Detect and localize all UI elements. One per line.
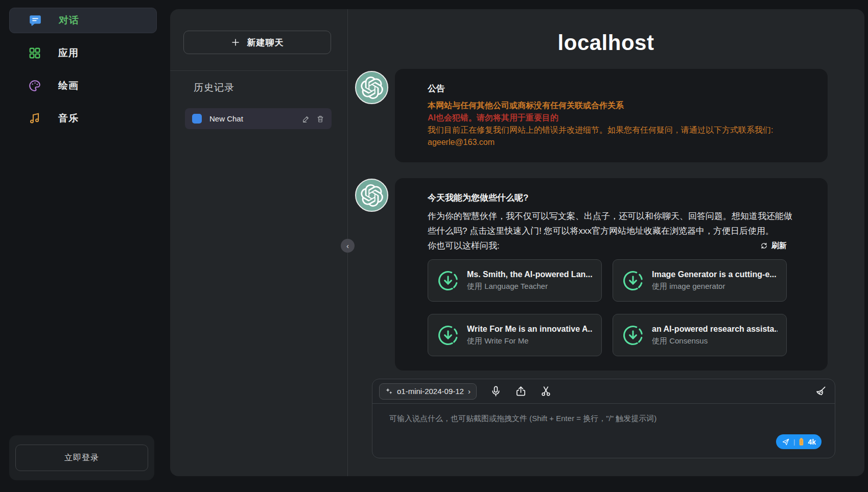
new-chat-label: 新建聊天 <box>247 37 284 48</box>
delete-icon[interactable] <box>316 115 324 123</box>
suggestion-card[interactable]: Image Generator is a cutting-e... 使用 ima… <box>613 259 787 302</box>
new-chat-button[interactable]: 新建聊天 <box>183 31 331 54</box>
download-circle-icon <box>622 269 644 292</box>
refresh-suggestions-button[interactable]: 刷新 <box>760 241 787 251</box>
mic-icon <box>490 385 502 397</box>
plus-icon <box>231 38 240 47</box>
palette-icon <box>28 79 41 92</box>
suggestion-title: Ms. Smith, the AI-powered Lan... <box>467 270 593 279</box>
token-count: 4k <box>808 438 816 446</box>
download-circle-icon <box>437 324 459 347</box>
sidebar-item-drawing[interactable]: 绘画 <box>9 73 157 99</box>
upload-button[interactable] <box>515 385 527 397</box>
suggestion-title: an AI-powered research assista... <box>652 325 778 334</box>
mic-button[interactable] <box>490 385 502 397</box>
greeting-title: 今天我能为您做些什么呢? <box>428 192 795 204</box>
sidebar-item-label: 音乐 <box>58 112 79 125</box>
clear-context-button[interactable] <box>815 385 827 397</box>
main-panel: 新建聊天 历史记录 New Chat ‹ localhost <box>170 9 864 476</box>
login-card: 立即登录 <box>9 435 154 480</box>
announcement-line-2: AI也会犯错。请勿将其用于重要目的 <box>428 112 795 124</box>
suggestion-card[interactable]: Write For Me is an innovative A... 使用 Wr… <box>428 314 602 356</box>
sidebar-item-label: 对话 <box>59 14 79 27</box>
separator: | <box>793 438 795 446</box>
chevron-left-icon: ‹ <box>346 239 349 252</box>
chat-item-actions <box>302 115 324 123</box>
sidebar-item-label: 绘画 <box>58 79 79 92</box>
clip-button[interactable] <box>540 385 552 397</box>
edit-icon[interactable] <box>302 115 310 123</box>
download-circle-icon <box>437 269 459 292</box>
composer: o1-mini-2024-09-12 › <box>372 379 835 458</box>
send-icon <box>782 438 790 446</box>
suggestion-subtitle: 使用 Write For Me <box>467 336 593 346</box>
app: 对话 应用 绘画 音乐 立即登录 <box>0 0 868 492</box>
refresh-label: 刷新 <box>771 241 787 251</box>
apps-grid-icon <box>28 46 41 60</box>
chat-list-column: 新建聊天 历史记录 New Chat <box>170 9 347 476</box>
chatgpt-logo-icon <box>361 77 383 99</box>
send-button[interactable]: | 4k <box>776 434 822 449</box>
refresh-icon <box>760 242 768 250</box>
announcement-line-1: 本网站与任何其他公司或商标没有任何关联或合作关系 <box>428 100 795 112</box>
token-icon <box>799 437 804 446</box>
chatgpt-logo-icon <box>361 184 383 207</box>
sparkles-icon <box>385 387 393 395</box>
login-button[interactable]: 立即登录 <box>15 445 148 471</box>
page-title: localhost <box>347 31 864 55</box>
suggestion-title: Write For Me is an innovative A... <box>467 325 593 334</box>
sidebar: 对话 应用 绘画 音乐 立即登录 <box>0 0 170 492</box>
chevron-right-icon: › <box>468 387 471 396</box>
announcement-line-3: 我们目前正在修复我们网站上的错误并改进细节。如果您有任何疑问，请通过以下方式联系… <box>428 124 795 136</box>
music-note-icon <box>28 112 41 125</box>
announcement-message: 公告 本网站与任何其他公司或商标没有任何关联或合作关系 AI也会犯错。请勿将其用… <box>395 69 828 162</box>
sidebar-item-apps[interactable]: 应用 <box>9 40 157 66</box>
suggestion-card[interactable]: an AI-powered research assista... 使用 Con… <box>613 314 787 356</box>
suggestion-grid: Ms. Smith, the AI-powered Lan... 使用 Lang… <box>428 259 787 356</box>
divider <box>170 70 347 71</box>
chat-bubble-icon <box>29 14 42 27</box>
greeting-body: 作为你的智慧伙伴，我不仅可以写文案、出点子，还可以和你聊天、回答问题。想知道我还… <box>428 209 795 238</box>
sidebar-item-label: 应用 <box>58 46 79 60</box>
broom-icon <box>815 385 827 397</box>
collapse-sidebar-button[interactable]: ‹ <box>341 239 355 253</box>
suggestion-subtitle: 使用 Consensus <box>652 336 778 346</box>
message-input[interactable] <box>372 404 835 439</box>
suggestion-title: Image Generator is a cutting-e... <box>652 270 777 279</box>
suggestion-subtitle: 使用 Language Teacher <box>467 282 593 291</box>
model-name: o1-mini-2024-09-12 <box>397 387 464 396</box>
assistant-avatar <box>355 71 388 104</box>
composer-toolbar: o1-mini-2024-09-12 › <box>372 379 835 404</box>
chat-history-item[interactable]: New Chat <box>185 108 332 129</box>
chat-color-swatch-icon <box>192 114 202 124</box>
chat-item-title: New Chat <box>209 114 294 123</box>
ask-line: 你也可以这样问我: <box>428 238 500 253</box>
sidebar-item-chat[interactable]: 对话 <box>9 8 157 33</box>
assistant-avatar <box>355 179 388 212</box>
suggestion-subtitle: 使用 image generator <box>652 282 777 291</box>
greeting-message: 今天我能为您做些什么呢? 作为你的智慧伙伴，我不仅可以写文案、出点子，还可以和你… <box>395 178 828 371</box>
history-title: 历史记录 <box>194 81 234 94</box>
download-circle-icon <box>622 324 644 347</box>
upload-icon <box>515 385 527 397</box>
chat-area: localhost 公告 本网站与任何其他公司或商标没有任何关联或合作关系 AI… <box>347 9 864 476</box>
announcement-title: 公告 <box>428 83 795 94</box>
ask-row: 你也可以这样问我: 刷新 <box>428 238 787 253</box>
model-selector[interactable]: o1-mini-2024-09-12 › <box>379 383 477 400</box>
scissors-icon <box>540 385 552 397</box>
suggestion-card[interactable]: Ms. Smith, the AI-powered Lan... 使用 Lang… <box>428 259 602 302</box>
contact-email-link[interactable]: ageerle@163.com <box>428 136 795 149</box>
sidebar-item-music[interactable]: 音乐 <box>9 106 157 131</box>
